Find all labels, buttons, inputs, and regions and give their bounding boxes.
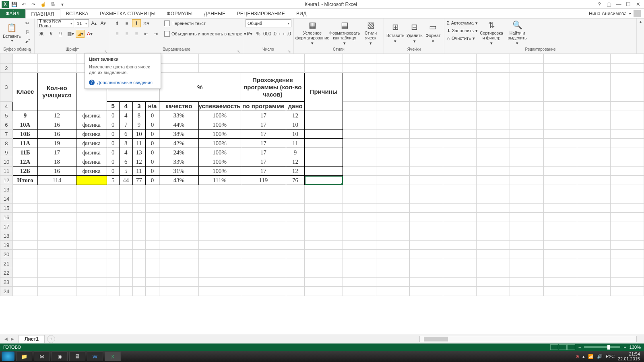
- delete-cells-button[interactable]: ⊟Удалить▾: [406, 19, 423, 46]
- indent-dec-icon[interactable]: ⇤: [142, 30, 151, 38]
- print-icon[interactable]: 🖶: [48, 1, 57, 8]
- cut-icon[interactable]: ✂: [23, 19, 32, 27]
- dec-decimal-icon[interactable]: ←.0: [282, 30, 291, 38]
- sort-filter-button[interactable]: ⇅Сортировка и фильтр▾: [479, 19, 504, 46]
- tab-view[interactable]: ВИД: [291, 9, 312, 18]
- taskbar-chrome[interactable]: ◉: [52, 352, 68, 361]
- shrink-font-icon[interactable]: A▾: [99, 19, 107, 27]
- italic-button[interactable]: К: [47, 30, 56, 38]
- start-button[interactable]: [2, 352, 14, 361]
- zoom-level[interactable]: 130%: [630, 345, 641, 350]
- indent-inc-icon[interactable]: ⇥: [151, 30, 160, 38]
- find-select-button[interactable]: 🔍Найти и выделить▾: [505, 19, 529, 46]
- fill-color-button[interactable]: ◢▾: [76, 30, 85, 38]
- clipboard-launcher-icon[interactable]: ⤡: [29, 49, 32, 53]
- taskbar-word[interactable]: W: [87, 352, 103, 361]
- percent-icon[interactable]: %: [254, 30, 262, 38]
- redo-icon[interactable]: ↷: [29, 1, 38, 8]
- fill-button[interactable]: ⬇Заполнить ▾: [447, 27, 478, 34]
- autosum-button[interactable]: ΣАвтосумма ▾: [447, 19, 478, 27]
- format-painter-icon[interactable]: 🖌: [23, 37, 32, 45]
- windows-taskbar: 📁 ⋈ ◉ 🖩 W X ⊗ ▴ 📶 🔊 РУС 21:54 22.01.2015: [0, 351, 644, 362]
- bold-button[interactable]: Ж: [37, 30, 46, 38]
- align-center-icon[interactable]: ≡: [122, 30, 131, 38]
- taskbar-vs[interactable]: ⋈: [34, 352, 50, 361]
- add-sheet-button[interactable]: +: [47, 335, 55, 343]
- worksheet[interactable]: 23КлассКол-во учащихся%Прохождение прогр…: [0, 54, 644, 334]
- tab-insert[interactable]: ВСТАВКА: [60, 9, 94, 18]
- maximize-icon[interactable]: ☐: [624, 1, 633, 8]
- user-name[interactable]: Нина Анисимова: [589, 11, 627, 16]
- tray-up-icon[interactable]: ▴: [582, 354, 585, 359]
- grow-font-icon[interactable]: A▴: [90, 19, 98, 27]
- ribbon-options-icon[interactable]: ▢: [605, 1, 613, 8]
- fill-color-tooltip: Цвет заливки Изменение цвета фона ячеек …: [85, 53, 161, 89]
- zoom-slider[interactable]: [584, 346, 620, 348]
- touch-icon[interactable]: ☝: [39, 1, 47, 8]
- minimize-icon[interactable]: —: [614, 1, 623, 8]
- close-icon[interactable]: ✕: [634, 1, 642, 8]
- align-bottom-icon[interactable]: ⬇: [132, 19, 141, 27]
- save-icon[interactable]: 💾: [10, 1, 19, 8]
- sheet-nav-prev-icon[interactable]: ◀: [3, 337, 9, 341]
- tray-sound-icon[interactable]: 🔊: [597, 354, 603, 359]
- borders-icon[interactable]: ▦▾: [66, 30, 75, 38]
- delete-cells-icon: ⊟: [409, 21, 420, 33]
- inc-decimal-icon[interactable]: .0→: [272, 30, 281, 38]
- underline-button[interactable]: Ч: [56, 30, 65, 38]
- tray-language[interactable]: РУС: [606, 354, 615, 359]
- align-left-icon[interactable]: ≡: [113, 30, 122, 38]
- zoom-in-icon[interactable]: +: [623, 345, 626, 350]
- wrap-text-button[interactable]: Перенести текст: [164, 19, 246, 27]
- format-as-table-button[interactable]: ▤Форматировать как таблицу▾: [330, 19, 359, 46]
- insert-cells-button[interactable]: ⊞Вставить▾: [386, 19, 405, 46]
- font-color-button[interactable]: A▾: [85, 30, 94, 38]
- tab-page-layout[interactable]: РАЗМЕТКА СТРАНИЦЫ: [94, 9, 161, 18]
- clear-button[interactable]: ◇Очистить ▾: [447, 35, 478, 42]
- user-avatar-icon[interactable]: [634, 10, 641, 17]
- number-launcher-icon[interactable]: ⤡: [288, 49, 291, 53]
- tray-clock[interactable]: 21:54 22.01.2015: [618, 352, 640, 361]
- alignment-group-label: Выравнивание: [163, 47, 190, 51]
- number-format-combo[interactable]: Общий▾: [246, 19, 291, 27]
- currency-icon[interactable]: ₽▾: [246, 30, 254, 38]
- copy-icon[interactable]: ⎘: [23, 28, 32, 36]
- tab-formulas[interactable]: ФОРМУЛЫ: [161, 9, 198, 18]
- horizontal-scrollbar[interactable]: [419, 336, 637, 342]
- ribbon-tabs: ФАЙЛ ГЛАВНАЯ ВСТАВКА РАЗМЕТКА СТРАНИЦЫ Ф…: [0, 9, 644, 19]
- align-right-icon[interactable]: ≡: [132, 30, 141, 38]
- font-size-combo[interactable]: 11▾: [75, 19, 89, 27]
- merge-center-button[interactable]: Объединить и поместить в центре ▾: [164, 30, 246, 38]
- tab-data[interactable]: ДАННЫЕ: [198, 9, 231, 18]
- undo-icon[interactable]: ↶: [19, 1, 28, 8]
- tray-wifi-icon[interactable]: 📶: [588, 354, 594, 359]
- align-middle-icon[interactable]: ≡: [122, 19, 131, 27]
- paste-button[interactable]: 📋 Вставить ▾: [2, 19, 21, 46]
- help-icon[interactable]: ?: [595, 1, 604, 8]
- taskbar-excel[interactable]: X: [105, 352, 121, 361]
- tray-network-icon[interactable]: ⊗: [576, 354, 579, 359]
- format-cells-button[interactable]: ▭Формат▾: [425, 19, 442, 46]
- tab-review[interactable]: РЕЦЕНЗИРОВАНИЕ: [231, 9, 291, 18]
- view-normal-icon[interactable]: [550, 344, 558, 350]
- orientation-icon[interactable]: ⤭▾: [142, 19, 151, 27]
- thousands-icon[interactable]: 000: [263, 30, 272, 38]
- taskbar-explorer[interactable]: 📁: [16, 352, 32, 361]
- tooltip-more-link[interactable]: ?Дополнительные сведения: [89, 80, 157, 85]
- view-page-break-icon[interactable]: [567, 344, 575, 350]
- taskbar-calc[interactable]: 🖩: [69, 352, 85, 361]
- view-page-layout-icon[interactable]: [559, 344, 567, 350]
- alignment-launcher-icon[interactable]: ⤡: [237, 49, 240, 53]
- tab-home[interactable]: ГЛАВНАЯ: [25, 9, 60, 19]
- zoom-out-icon[interactable]: −: [578, 345, 581, 350]
- font-name-combo[interactable]: Times New Roma▾: [37, 19, 74, 27]
- cell-styles-button[interactable]: ▧Стили ячеек▾: [361, 19, 381, 46]
- qat-more-icon[interactable]: ▾: [58, 1, 67, 8]
- conditional-formatting-button[interactable]: ▦Условное форматирование▾: [296, 19, 328, 46]
- sheet-nav-next-icon[interactable]: ▶: [10, 337, 15, 341]
- align-top-icon[interactable]: ⬆: [113, 19, 122, 27]
- selected-cell[interactable]: [305, 176, 343, 185]
- collapse-ribbon-icon[interactable]: ▴: [640, 19, 642, 24]
- sheet-tab[interactable]: Лист1: [19, 335, 45, 343]
- tab-file[interactable]: ФАЙЛ: [0, 9, 25, 18]
